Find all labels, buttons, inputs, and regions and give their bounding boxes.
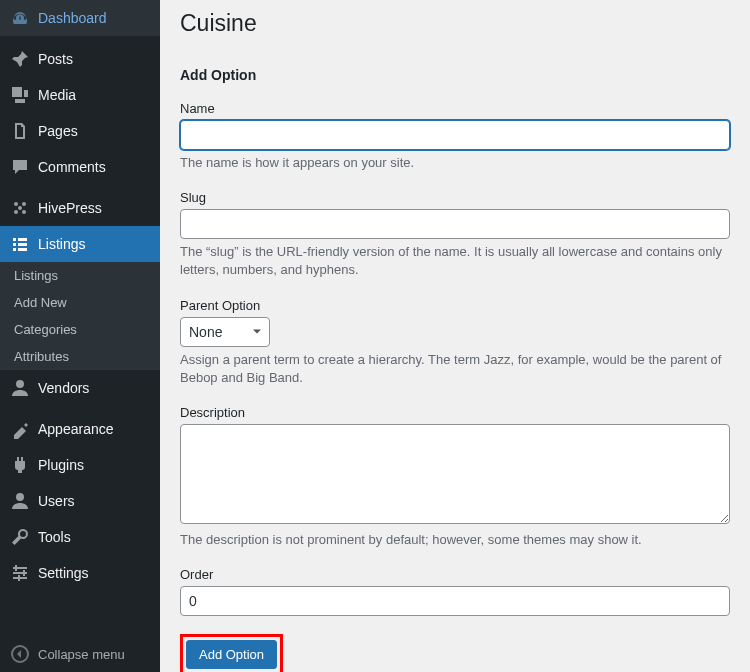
menu-label: Tools <box>38 529 71 545</box>
parent-desc: Assign a parent term to create a hierarc… <box>180 351 730 387</box>
submit-highlight: Add Option <box>180 634 283 672</box>
settings-icon <box>10 563 30 583</box>
menu-label: HivePress <box>38 200 102 216</box>
parent-label: Parent Option <box>180 298 730 313</box>
svg-point-6 <box>16 493 24 501</box>
page-title: Cuisine <box>180 10 730 37</box>
listings-icon <box>10 234 30 254</box>
menu-label: Settings <box>38 565 89 581</box>
svg-rect-10 <box>15 565 17 571</box>
menu-label: Dashboard <box>38 10 107 26</box>
svg-point-1 <box>22 202 26 206</box>
field-name: Name The name is how it appears on your … <box>180 101 730 172</box>
menu-label: Media <box>38 87 76 103</box>
order-input[interactable] <box>180 586 730 616</box>
collapse-label: Collapse menu <box>38 647 125 662</box>
submenu-item-categories[interactable]: Categories <box>0 316 160 343</box>
svg-rect-12 <box>18 575 20 581</box>
menu-item-users[interactable]: Users <box>0 483 160 519</box>
dashboard-icon <box>10 8 30 28</box>
menu-item-vendors[interactable]: Vendors <box>0 370 160 406</box>
field-order: Order <box>180 567 730 616</box>
users-icon <box>10 491 30 511</box>
submenu-item-add-new[interactable]: Add New <box>0 289 160 316</box>
menu-label: Vendors <box>38 380 89 396</box>
menu-item-comments[interactable]: Comments <box>0 149 160 185</box>
admin-sidebar: Dashboard Posts Media Pages Comments Hiv… <box>0 0 160 672</box>
menu-item-dashboard[interactable]: Dashboard <box>0 0 160 36</box>
menu-label: Comments <box>38 159 106 175</box>
menu-item-listings[interactable]: Listings <box>0 226 160 262</box>
pin-icon <box>10 49 30 69</box>
section-title: Add Option <box>180 67 730 83</box>
svg-point-4 <box>18 206 22 210</box>
description-textarea[interactable] <box>180 424 730 524</box>
name-label: Name <box>180 101 730 116</box>
menu-item-settings[interactable]: Settings <box>0 555 160 591</box>
tools-icon <box>10 527 30 547</box>
submenu-item-attributes[interactable]: Attributes <box>0 343 160 370</box>
menu-item-plugins[interactable]: Plugins <box>0 447 160 483</box>
vendors-icon <box>10 378 30 398</box>
field-description: Description The description is not promi… <box>180 405 730 549</box>
parent-select[interactable]: None <box>180 317 270 347</box>
comments-icon <box>10 157 30 177</box>
menu-item-appearance[interactable]: Appearance <box>0 411 160 447</box>
media-icon <box>10 85 30 105</box>
description-label: Description <box>180 405 730 420</box>
menu-label: Listings <box>38 236 85 252</box>
slug-input[interactable] <box>180 209 730 239</box>
menu-item-posts[interactable]: Posts <box>0 41 160 77</box>
slug-label: Slug <box>180 190 730 205</box>
menu-item-media[interactable]: Media <box>0 77 160 113</box>
description-desc: The description is not prominent by defa… <box>180 531 730 549</box>
menu-label: Plugins <box>38 457 84 473</box>
collapse-icon <box>10 644 30 664</box>
plugins-icon <box>10 455 30 475</box>
field-parent: Parent Option None Assign a parent term … <box>180 298 730 387</box>
svg-point-5 <box>16 380 24 388</box>
menu-label: Appearance <box>38 421 114 437</box>
menu-item-tools[interactable]: Tools <box>0 519 160 555</box>
name-input[interactable] <box>180 120 730 150</box>
collapse-menu[interactable]: Collapse menu <box>0 636 160 672</box>
slug-desc: The “slug” is the URL-friendly version o… <box>180 243 730 279</box>
submenu-listings: Listings Add New Categories Attributes <box>0 262 160 370</box>
menu-item-hivepress[interactable]: HivePress <box>0 190 160 226</box>
menu-label: Pages <box>38 123 78 139</box>
appearance-icon <box>10 419 30 439</box>
field-slug: Slug The “slug” is the URL-friendly vers… <box>180 190 730 279</box>
svg-point-2 <box>14 210 18 214</box>
menu-item-pages[interactable]: Pages <box>0 113 160 149</box>
svg-rect-11 <box>23 570 25 576</box>
svg-point-0 <box>14 202 18 206</box>
hivepress-icon <box>10 198 30 218</box>
name-desc: The name is how it appears on your site. <box>180 154 730 172</box>
order-label: Order <box>180 567 730 582</box>
menu-label: Users <box>38 493 75 509</box>
menu-label: Posts <box>38 51 73 67</box>
svg-point-3 <box>22 210 26 214</box>
add-option-button[interactable]: Add Option <box>186 640 277 669</box>
pages-icon <box>10 121 30 141</box>
main-content: Cuisine Add Option Name The name is how … <box>160 0 750 672</box>
submenu-item-listings[interactable]: Listings <box>0 262 160 289</box>
